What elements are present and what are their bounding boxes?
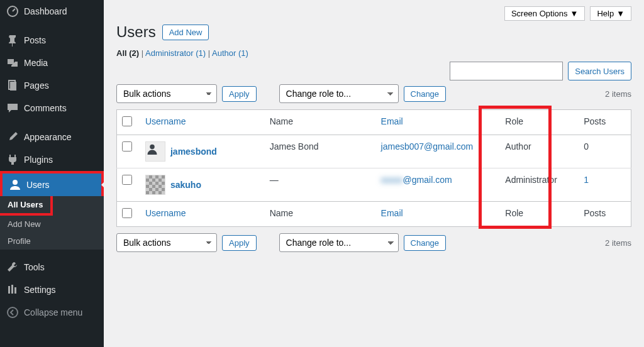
col-name-header[interactable]: Name <box>265 110 376 135</box>
sidebar-label: Pages <box>24 80 49 91</box>
user-role: Administrator <box>500 168 579 202</box>
submenu-all-users[interactable]: All Users <box>0 196 50 213</box>
brush-icon <box>6 131 19 143</box>
user-email[interactable]: xxxxx@gmail.com <box>381 175 452 185</box>
change-role-select-bottom[interactable]: Change role to... <box>279 233 399 252</box>
svg-point-8 <box>150 145 155 150</box>
sidebar-label: Users <box>26 180 50 190</box>
svg-rect-5 <box>11 285 13 294</box>
avatar <box>145 175 165 195</box>
filter-all[interactable]: All (2) <box>116 48 139 58</box>
collapse-menu[interactable]: Collapse menu <box>0 301 104 324</box>
sidebar-item-posts[interactable]: Posts <box>0 29 104 52</box>
screen-options-label: Screen Options <box>511 9 568 18</box>
select-all-checkbox-bottom[interactable] <box>122 208 132 218</box>
user-name: — <box>265 168 376 202</box>
sidebar-label: Posts <box>24 35 46 45</box>
dashboard-icon <box>6 5 19 18</box>
users-table: Username Name Email Role Posts jamesbond… <box>116 109 631 227</box>
change-role-select[interactable]: Change role to... <box>279 84 399 103</box>
sidebar-label: Comments <box>24 103 67 113</box>
screen-options-button[interactable]: Screen Options ▼ <box>504 6 585 21</box>
search-users-button[interactable]: Search Users <box>568 62 631 80</box>
sidebar-item-pages[interactable]: Pages <box>0 74 104 97</box>
table-row: jamesbond James Bond jamesb007@gmail.com… <box>117 135 631 168</box>
sidebar-label: Appearance <box>24 132 72 142</box>
col-name-footer[interactable]: Name <box>265 202 376 227</box>
chevron-down-icon: ▼ <box>570 9 579 18</box>
help-button[interactable]: Help ▼ <box>590 6 631 21</box>
table-row: sakuho — xxxxx@gmail.com Administrator 1 <box>117 168 631 202</box>
user-posts[interactable]: 1 <box>584 175 589 185</box>
items-count: 2 items <box>605 89 631 99</box>
col-username-header[interactable]: Username <box>145 116 186 126</box>
sidebar-item-comments[interactable]: Comments <box>0 97 104 119</box>
sidebar-label: Tools <box>24 262 45 272</box>
col-posts-footer[interactable]: Posts <box>579 202 631 227</box>
settings-icon <box>6 284 19 296</box>
sidebar-item-dashboard[interactable]: Dashboard <box>0 0 104 23</box>
change-button[interactable]: Change <box>404 86 447 102</box>
users-submenu: All Users Add New Profile <box>0 196 104 250</box>
svg-rect-6 <box>14 287 16 294</box>
submenu-profile[interactable]: Profile <box>0 233 104 250</box>
filter-administrator[interactable]: Administrator (1) <box>145 48 206 58</box>
tools-icon <box>6 261 19 273</box>
media-icon <box>6 57 19 69</box>
page-title: Users <box>116 23 156 41</box>
sidebar-item-media[interactable]: Media <box>0 52 104 74</box>
sidebar-item-settings[interactable]: Settings <box>0 278 104 301</box>
sidebar-label: Plugins <box>24 155 53 165</box>
user-email[interactable]: jamesb007@gmail.com <box>381 141 474 151</box>
col-posts-header[interactable]: Posts <box>579 110 631 135</box>
pages-icon <box>6 79 19 92</box>
svg-point-7 <box>8 307 18 317</box>
col-role-footer[interactable]: Role <box>500 202 579 227</box>
filter-author[interactable]: Author (1) <box>212 48 248 58</box>
sidebar-item-plugins[interactable]: Plugins <box>0 148 104 171</box>
bulk-actions-select[interactable]: Bulk actions <box>116 84 217 103</box>
sidebar-label: Settings <box>24 285 56 295</box>
change-button-bottom[interactable]: Change <box>404 235 447 251</box>
collapse-label: Collapse menu <box>24 307 82 317</box>
comments-icon <box>6 102 19 114</box>
row-checkbox[interactable] <box>122 141 132 151</box>
username-link[interactable]: sakuho <box>170 180 201 190</box>
sidebar-item-users[interactable]: Users <box>3 174 101 196</box>
bottom-actions: Bulk actions Apply Change role to... Cha… <box>116 233 631 252</box>
bulk-actions-select-bottom[interactable]: Bulk actions <box>116 233 217 252</box>
apply-button[interactable]: Apply <box>222 86 257 102</box>
top-actions: Bulk actions Apply Change role to... Cha… <box>116 84 631 103</box>
col-email-footer[interactable]: Email <box>381 208 403 218</box>
admin-sidebar: Dashboard Posts Media Pages Comments App… <box>0 0 104 347</box>
col-email-header[interactable]: Email <box>381 116 403 126</box>
plugin-icon <box>6 153 19 166</box>
svg-rect-2 <box>10 82 16 91</box>
user-posts: 0 <box>579 135 631 168</box>
help-label: Help <box>597 9 614 18</box>
submenu-add-new[interactable]: Add New <box>0 216 104 233</box>
chevron-down-icon: ▼ <box>616 9 625 18</box>
add-new-button[interactable]: Add New <box>162 25 209 40</box>
role-filters: All (2) | Administrator (1) | Author (1) <box>116 48 631 58</box>
row-checkbox[interactable] <box>122 175 132 185</box>
apply-button-bottom[interactable]: Apply <box>222 235 257 251</box>
items-count-bottom: 2 items <box>605 238 631 248</box>
col-role-header[interactable]: Role <box>500 110 579 135</box>
pin-icon <box>6 34 19 47</box>
svg-rect-4 <box>8 286 10 294</box>
user-role: Author <box>500 135 579 168</box>
collapse-icon <box>6 306 19 319</box>
username-link[interactable]: jamesbond <box>170 146 217 157</box>
sidebar-label: Media <box>24 58 48 68</box>
select-all-checkbox[interactable] <box>122 116 132 126</box>
search-input[interactable] <box>450 62 563 80</box>
col-username-footer[interactable]: Username <box>145 208 186 218</box>
sidebar-item-appearance[interactable]: Appearance <box>0 126 104 148</box>
user-icon <box>9 179 21 191</box>
avatar <box>145 141 165 162</box>
svg-point-3 <box>13 180 18 185</box>
sidebar-item-tools[interactable]: Tools <box>0 256 104 278</box>
main-content: Screen Options ▼ Help ▼ Users Add New Al… <box>104 0 644 347</box>
sidebar-label: Dashboard <box>24 6 67 16</box>
